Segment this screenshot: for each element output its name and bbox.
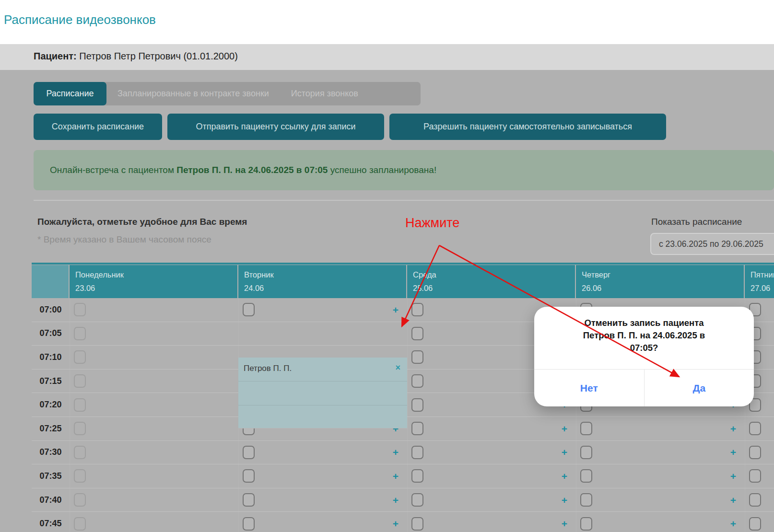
- slot-checkbox[interactable]: [411, 469, 423, 483]
- slot-cell-25.06-07:45: +: [407, 512, 576, 532]
- slot-checkbox[interactable]: [749, 446, 761, 459]
- slot-checkbox[interactable]: [749, 469, 761, 483]
- slot-checkbox[interactable]: [749, 517, 761, 531]
- add-booking-icon[interactable]: +: [562, 447, 567, 457]
- slot-checkbox[interactable]: [411, 446, 423, 459]
- add-booking-icon[interactable]: +: [562, 424, 567, 434]
- day-name: Пятница: [751, 270, 774, 279]
- day-date: 27.06: [751, 284, 770, 293]
- allow-self-booking-button[interactable]: Разрешить пациенту самостоятельно записы…: [389, 114, 666, 140]
- table-row-07:35: 07:35++++: [32, 464, 774, 488]
- schedule-note-title: Пожалуйста, отметьте удобное для Вас вре…: [37, 217, 247, 227]
- slot-checkbox[interactable]: [411, 374, 423, 388]
- time-label: 07:25: [32, 417, 70, 440]
- patient-info: Пациент: Петров Петр Петрович (01.01.200…: [34, 51, 238, 62]
- day-name: Понедельник: [75, 270, 124, 279]
- table-row-07:40: 07:40++++: [32, 488, 774, 512]
- add-booking-icon[interactable]: +: [730, 495, 736, 505]
- time-label: 07:10: [32, 346, 70, 369]
- slot-cell-24.06-07:40: +: [238, 488, 407, 512]
- add-booking-icon[interactable]: +: [393, 447, 399, 457]
- day-date: 26.06: [582, 284, 601, 293]
- slot-cell-25.06-07:30: +: [407, 441, 576, 464]
- slot-checkbox[interactable]: [749, 493, 761, 507]
- add-booking-icon[interactable]: +: [393, 305, 399, 315]
- tab-call-history[interactable]: История звонков: [280, 82, 369, 105]
- add-booking-icon[interactable]: +: [730, 424, 736, 434]
- slot-checkbox[interactable]: [243, 446, 255, 459]
- tab-contract-calls[interactable]: Запланированные в контракте звонки: [106, 82, 280, 105]
- slot-cell-26.06-07:40: +: [576, 488, 745, 512]
- time-label: 07:45: [32, 512, 70, 532]
- add-booking-icon[interactable]: +: [562, 471, 567, 481]
- day-name: Четверг: [582, 270, 610, 279]
- slot-checkbox: [74, 303, 86, 316]
- slot-checkbox[interactable]: [411, 327, 423, 340]
- slot-checkbox[interactable]: [243, 517, 255, 531]
- slot-checkbox[interactable]: [580, 422, 592, 435]
- booked-slot: Петров П. П.×: [238, 358, 407, 429]
- schedule-note-subtitle: * Время указано в Вашем часовом поясе: [37, 234, 211, 245]
- slot-cell-24.06-07:30: +: [238, 441, 407, 464]
- slot-cell-23.06-07:20: [70, 393, 238, 416]
- slot-cell-26.06-07:30: +: [576, 441, 745, 464]
- slot-checkbox[interactable]: [580, 493, 592, 507]
- slot-checkbox[interactable]: [580, 469, 592, 483]
- tab-schedule[interactable]: Расписание: [34, 82, 106, 105]
- slot-checkbox[interactable]: [411, 398, 423, 412]
- time-column-header: [32, 265, 69, 298]
- slot-checkbox[interactable]: [243, 303, 255, 316]
- slot-cell-27.06-07:40: +: [745, 488, 774, 512]
- add-booking-icon[interactable]: +: [393, 471, 399, 481]
- slot-checkbox: [74, 350, 86, 364]
- cancel-booking-icon[interactable]: ×: [395, 363, 400, 373]
- add-booking-icon[interactable]: +: [393, 495, 399, 505]
- schedule-page: { "page": { "title": "Расписание видеозв…: [0, 0, 774, 532]
- slot-cell-26.06-07:25: +: [576, 417, 745, 440]
- day-header-26.06: Четверг26.06: [576, 265, 744, 298]
- actions-row: Сохранить расписание Отправить пациенту …: [34, 114, 666, 140]
- add-booking-icon[interactable]: +: [730, 447, 736, 457]
- section-divider: [34, 200, 774, 201]
- slot-checkbox[interactable]: [243, 493, 255, 507]
- slot-checkbox[interactable]: [580, 446, 592, 459]
- page-title: Расписание видеозвонков: [4, 12, 156, 27]
- time-label: 07:00: [32, 298, 70, 322]
- day-header-27.06: Пятница27.06: [745, 265, 774, 298]
- dialog-no-button[interactable]: Нет: [534, 370, 645, 406]
- save-schedule-button[interactable]: Сохранить расписание: [34, 114, 162, 140]
- slot-checkbox[interactable]: [749, 422, 761, 435]
- slot-checkbox[interactable]: [411, 303, 423, 316]
- period-range-input[interactable]: [650, 233, 774, 255]
- add-booking-icon[interactable]: +: [562, 519, 567, 529]
- slot-checkbox: [74, 446, 86, 459]
- slot-cell-24.06-07:00: +: [238, 298, 407, 322]
- slot-checkbox[interactable]: [243, 469, 255, 483]
- slot-checkbox[interactable]: [411, 422, 423, 435]
- day-header-25.06: Среда25.06: [407, 265, 575, 298]
- dialog-message-line: 07:05?: [534, 342, 754, 354]
- dialog-yes-button[interactable]: Да: [645, 370, 754, 406]
- add-booking-icon[interactable]: +: [393, 519, 399, 529]
- patient-value: Петров Петр Петрович (01.01.2000): [77, 51, 238, 61]
- add-booking-icon[interactable]: +: [730, 519, 736, 529]
- slot-cell-27.06-07:25: +: [745, 417, 774, 440]
- slot-checkbox[interactable]: [411, 517, 423, 531]
- slot-cell-23.06-07:35: [70, 464, 238, 488]
- day-name: Среда: [413, 270, 436, 279]
- dialog-message-line: Отменить запись пациента: [534, 317, 754, 329]
- add-booking-icon[interactable]: +: [562, 495, 567, 505]
- slot-checkbox: [74, 422, 86, 435]
- slot-checkbox: [74, 493, 86, 507]
- time-label: 07:05: [32, 322, 70, 346]
- time-label: 07:30: [32, 441, 70, 464]
- slot-checkbox[interactable]: [411, 350, 423, 364]
- booked-patient-name: Петров П. П.: [244, 364, 292, 373]
- day-header-24.06: Вторник24.06: [238, 265, 406, 298]
- slot-checkbox[interactable]: [411, 493, 423, 507]
- add-booking-icon[interactable]: +: [730, 471, 736, 481]
- send-link-button[interactable]: Отправить пациенту ссылку для записи: [167, 114, 384, 140]
- day-date: 25.06: [413, 284, 433, 293]
- slot-cell-23.06-07:25: [70, 417, 238, 440]
- slot-checkbox[interactable]: [580, 517, 592, 531]
